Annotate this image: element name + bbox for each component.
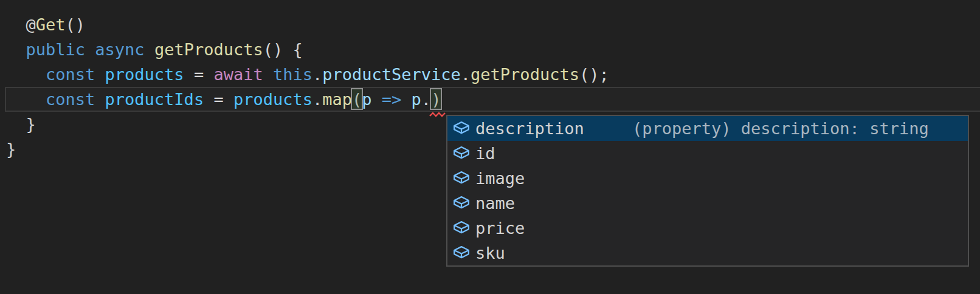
suggest-item-label: name: [475, 191, 515, 216]
code-token: const: [46, 65, 95, 84]
suggest-item-name[interactable]: name: [447, 191, 968, 216]
code-token: getProducts: [154, 40, 263, 59]
code-token: .: [312, 90, 322, 109]
code-token: [145, 40, 154, 59]
code-token: .: [461, 65, 471, 84]
code-token: (): [66, 15, 86, 34]
code-token: .: [312, 65, 322, 84]
code-token: ();: [579, 65, 609, 84]
code-token: p: [412, 90, 421, 109]
code-token: [6, 65, 46, 84]
code-token: [372, 90, 382, 109]
field-icon: [452, 145, 475, 163]
field-icon: [452, 194, 475, 213]
code-token: productIds: [105, 90, 204, 109]
code-token: }: [6, 115, 36, 134]
bracket-match: ): [431, 87, 441, 112]
suggest-item-label: sku: [475, 241, 505, 265]
code-line-3[interactable]: const products = await this.productServi…: [0, 62, 980, 87]
code-token: await: [213, 65, 263, 84]
code-token: () {: [263, 40, 303, 59]
code-token: products: [233, 90, 312, 109]
code-token: Get: [36, 15, 66, 34]
code-token: [263, 65, 273, 84]
code-token: [85, 40, 95, 59]
field-icon: [452, 169, 475, 188]
code-token: =: [184, 65, 214, 84]
suggest-item-sku[interactable]: sku: [447, 241, 968, 265]
code-token: productService: [322, 65, 461, 84]
suggest-widget: description(property) description: strin…: [446, 115, 969, 267]
code-token: =>: [382, 90, 402, 109]
field-icon: [452, 120, 475, 138]
code-token: [6, 90, 46, 109]
code-token: map: [322, 90, 352, 109]
error-squiggle: [429, 112, 446, 117]
code-token: async: [95, 40, 144, 59]
code-token: [95, 90, 105, 109]
code-token: this: [273, 65, 312, 84]
code-token: const: [46, 90, 95, 109]
code-token: [401, 90, 411, 109]
field-icon: [452, 244, 475, 262]
bracket-match: (: [352, 87, 362, 112]
suggest-item-price[interactable]: price: [447, 216, 968, 241]
code-editor[interactable]: @Get() public async getProducts() { cons…: [0, 0, 980, 294]
code-token: [6, 40, 26, 59]
suggest-item-id[interactable]: id: [447, 141, 968, 166]
suggest-item-image[interactable]: image: [447, 166, 968, 191]
field-icon: [452, 219, 475, 238]
code-line-2[interactable]: public async getProducts() {: [0, 37, 980, 62]
suggest-item-label: id: [475, 141, 495, 166]
suggest-item-description[interactable]: description(property) description: strin…: [447, 116, 968, 141]
code-line-1[interactable]: @Get(): [0, 12, 980, 37]
code-token: [95, 65, 105, 84]
code-line-4[interactable]: const productIds = products.map(p => p.): [0, 87, 980, 112]
code-token: getProducts: [471, 65, 579, 84]
suggest-item-detail: (property) description: string: [632, 116, 929, 141]
suggest-item-label: price: [475, 216, 525, 241]
code-token: }: [6, 140, 16, 159]
editor-background: { "palette": { "editor_bg": "#212121", "…: [0, 0, 980, 294]
code-token: products: [105, 65, 184, 84]
code-token: =: [204, 90, 233, 109]
suggest-item-label: description: [475, 116, 584, 141]
code-token: .: [421, 90, 431, 109]
suggest-item-label: image: [475, 166, 525, 191]
code-token: @: [6, 15, 36, 34]
code-token: p: [362, 90, 371, 109]
code-token: public: [26, 40, 86, 59]
